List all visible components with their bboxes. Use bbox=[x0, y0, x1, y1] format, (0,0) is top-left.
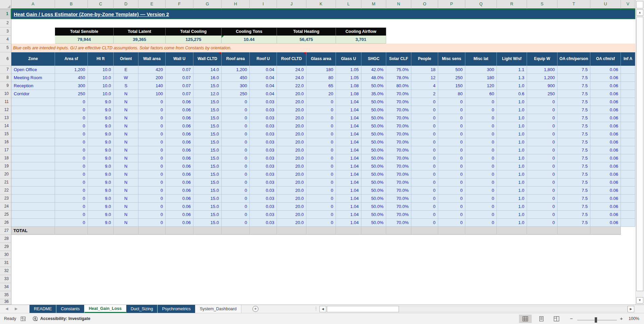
table-header-inf-a[interactable]: Inf A bbox=[621, 52, 635, 66]
cell-R12[interactable]: 1.0 bbox=[497, 106, 527, 114]
macro-record-icon[interactable] bbox=[21, 317, 25, 321]
cell-R21[interactable]: 1.0 bbox=[497, 178, 527, 186]
row-header-27[interactable]: 27 bbox=[0, 227, 11, 235]
cell-P12[interactable]: 0 bbox=[438, 106, 465, 114]
summary-header-total-sensible[interactable]: Total Sensible bbox=[55, 28, 114, 36]
cell-F19[interactable]: 0.06 bbox=[166, 162, 193, 170]
cell-E14[interactable]: 0 bbox=[138, 122, 166, 130]
cell-Q22[interactable]: 0 bbox=[465, 186, 497, 195]
cell-B24[interactable]: 0 bbox=[55, 203, 88, 211]
summary-header-total-cooling[interactable]: Total Cooling bbox=[166, 28, 222, 36]
cell-E12[interactable]: 0 bbox=[138, 106, 166, 114]
cell-D8[interactable]: W bbox=[114, 74, 138, 82]
cell-N27[interactable] bbox=[386, 227, 411, 235]
cell-P16[interactable]: 0 bbox=[438, 138, 465, 146]
cell-A26[interactable] bbox=[11, 219, 55, 227]
cell-G21[interactable]: 15.0 bbox=[193, 178, 222, 186]
cell-V9[interactable] bbox=[621, 82, 635, 90]
cell-K11[interactable]: 0 bbox=[306, 98, 336, 106]
cell-B16[interactable]: 0 bbox=[55, 138, 88, 146]
cell-T13[interactable]: 7.5 bbox=[558, 114, 590, 122]
cell-T9[interactable]: 7.5 bbox=[558, 82, 590, 90]
cell-J23[interactable]: 20.0 bbox=[277, 195, 306, 203]
column-header-P[interactable]: P bbox=[438, 0, 465, 9]
cell-K17[interactable]: 0 bbox=[306, 146, 336, 154]
cell-J15[interactable]: 20.0 bbox=[277, 130, 306, 138]
cell-E26[interactable]: 0 bbox=[138, 219, 166, 227]
cell-M15[interactable]: 50.0% bbox=[361, 130, 386, 138]
cell-B19[interactable]: 0 bbox=[55, 162, 88, 170]
cell-L16[interactable]: 1.04 bbox=[336, 138, 361, 146]
cell-D25[interactable]: N bbox=[114, 211, 138, 219]
page-break-view-button[interactable] bbox=[550, 315, 563, 323]
cell-R11[interactable]: 1.0 bbox=[497, 98, 527, 106]
cell-A7[interactable]: Open Office bbox=[11, 66, 55, 74]
cell-M8[interactable]: 48.0% bbox=[361, 74, 386, 82]
column-header-L[interactable]: L bbox=[336, 0, 361, 9]
cell-O11[interactable]: 0 bbox=[411, 98, 438, 106]
cell-U9[interactable]: 0.06 bbox=[590, 82, 621, 90]
cell-R22[interactable]: 1.0 bbox=[497, 186, 527, 195]
cell-A14[interactable] bbox=[11, 122, 55, 130]
cell-N13[interactable]: 70.0% bbox=[386, 114, 411, 122]
cell-H20[interactable]: 0 bbox=[222, 170, 250, 178]
cell-Q17[interactable]: 0 bbox=[465, 146, 497, 154]
cell-B23[interactable]: 0 bbox=[55, 195, 88, 203]
cell-N23[interactable]: 70.0% bbox=[386, 195, 411, 203]
cell-T7[interactable]: 7.5 bbox=[558, 66, 590, 74]
sheet-title-cell[interactable]: Heat Gain / Loss Estimator (Zone-by-Zone… bbox=[11, 9, 635, 19]
cell-N26[interactable]: 70.0% bbox=[386, 219, 411, 227]
table-header-misc-sens[interactable]: Misc sens bbox=[438, 52, 465, 66]
cell-J8[interactable]: 24.0 bbox=[277, 74, 306, 82]
cell-H14[interactable]: 0 bbox=[222, 122, 250, 130]
cell-C26[interactable]: 9.0 bbox=[88, 219, 114, 227]
cell-H19[interactable]: 0 bbox=[222, 162, 250, 170]
column-header-G[interactable]: G bbox=[193, 0, 222, 9]
cell-T25[interactable]: 7.5 bbox=[558, 211, 590, 219]
cell-S16[interactable]: 0 bbox=[527, 138, 558, 146]
cell-P7[interactable]: 500 bbox=[438, 66, 465, 74]
column-header-I[interactable]: I bbox=[250, 0, 277, 9]
zoom-level[interactable]: 100% bbox=[629, 316, 639, 321]
cell-T22[interactable]: 7.5 bbox=[558, 186, 590, 195]
column-header-C[interactable]: C bbox=[88, 0, 114, 9]
horizontal-scroll-thumb[interactable] bbox=[327, 306, 399, 312]
cell-Q23[interactable]: 0 bbox=[465, 195, 497, 203]
summary-value-cooling-airflow[interactable]: 3,701 bbox=[336, 36, 386, 44]
cell-E13[interactable]: 0 bbox=[138, 114, 166, 122]
cell-G15[interactable]: 15.0 bbox=[193, 130, 222, 138]
cell-C22[interactable]: 9.0 bbox=[88, 186, 114, 195]
cell-P15[interactable]: 0 bbox=[438, 130, 465, 138]
cell-O17[interactable]: 0 bbox=[411, 146, 438, 154]
row-header-23[interactable]: 23 bbox=[0, 195, 11, 203]
row-header-8[interactable]: 8 bbox=[0, 74, 11, 82]
sheet-tab-psychrometrics[interactable]: Psychrometrics bbox=[158, 305, 195, 313]
cell-U19[interactable]: 0.06 bbox=[590, 162, 621, 170]
cell-G13[interactable]: 15.0 bbox=[193, 114, 222, 122]
cell-A8[interactable]: Meeting Room bbox=[11, 74, 55, 82]
cell-S23[interactable]: 0 bbox=[527, 195, 558, 203]
row-header-17[interactable]: 17 bbox=[0, 146, 11, 154]
cell-M22[interactable]: 50.0% bbox=[361, 186, 386, 195]
zoom-slider-thumb[interactable] bbox=[595, 317, 597, 323]
cell-H10[interactable]: 250 bbox=[222, 90, 250, 98]
cell-J17[interactable]: 20.0 bbox=[277, 146, 306, 154]
cell-P11[interactable]: 0 bbox=[438, 98, 465, 106]
split-box[interactable] bbox=[636, 1, 643, 8]
cell-J7[interactable]: 24.0 bbox=[277, 66, 306, 74]
cell-U10[interactable]: 0.06 bbox=[590, 90, 621, 98]
cell-H12[interactable]: 0 bbox=[222, 106, 250, 114]
cell-O26[interactable]: 0 bbox=[411, 219, 438, 227]
cell-M9[interactable]: 50.0% bbox=[361, 82, 386, 90]
column-header-T[interactable]: T bbox=[558, 0, 590, 9]
cell-G27[interactable] bbox=[193, 227, 222, 235]
cell-N11[interactable]: 70.0% bbox=[386, 98, 411, 106]
input-note-cell[interactable]: Blue cells are intended inputs. G/J are … bbox=[11, 44, 635, 52]
cell-K23[interactable]: 0 bbox=[306, 195, 336, 203]
cell-Q12[interactable]: 0 bbox=[465, 106, 497, 114]
hscroll-right-icon[interactable]: ▶ bbox=[628, 306, 634, 312]
cell-E8[interactable]: 200 bbox=[138, 74, 166, 82]
cell-A27[interactable]: TOTAL bbox=[11, 227, 55, 235]
cell-Q11[interactable]: 0 bbox=[465, 98, 497, 106]
cell-P8[interactable]: 250 bbox=[438, 74, 465, 82]
